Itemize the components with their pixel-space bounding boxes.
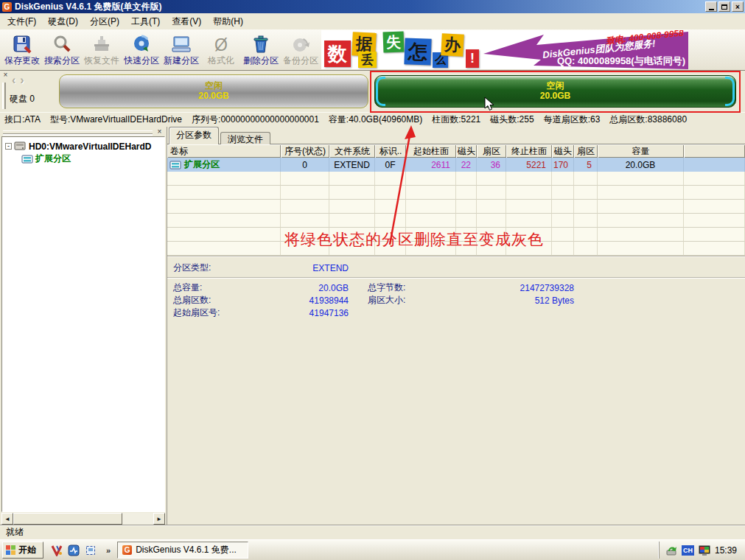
diskgenius-window: G DiskGenius V4.6.1 免费版(单文件版) × 文件(F) 硬盘… — [0, 0, 745, 539]
menu-partition[interactable]: 分区(P) — [84, 13, 125, 30]
column-header-status[interactable]: 序号(状态) — [281, 144, 329, 158]
menu-view[interactable]: 查看(V) — [166, 13, 207, 30]
strip-close-icon[interactable]: × — [1, 71, 10, 80]
cell-status: 0 — [281, 158, 329, 172]
quick-partition-button[interactable]: 快速分区 — [122, 31, 161, 69]
scrollbar-thumb[interactable] — [13, 513, 122, 525]
ime-indicator[interactable]: CH — [682, 545, 694, 556]
menu-disk[interactable]: 硬盘(D) — [42, 13, 84, 30]
column-header-flag[interactable]: 标识.. — [375, 144, 406, 158]
column-header-end-sector[interactable]: 扇区 — [574, 144, 598, 158]
cell-volume: 扩展分区 — [167, 158, 281, 172]
backup-disc-icon — [291, 33, 310, 54]
scroll-right-icon[interactable]: ► — [153, 513, 165, 525]
tree-horizontal-scrollbar[interactable]: ◄ ► — [1, 513, 165, 525]
tree-close-icon[interactable]: × — [155, 128, 164, 136]
tree-panel-header: × — [1, 128, 165, 136]
detail-label: 总字节数: — [368, 281, 450, 294]
computer-icon — [172, 33, 191, 54]
cell-end-head: 170 — [552, 158, 574, 172]
ad-qq: QQ: 4000089958(与电话同号) — [557, 55, 685, 68]
status-bar: 就绪 — [0, 525, 745, 539]
recover-files-button: 恢复文件 — [82, 31, 122, 69]
toolbar: 保存更改 搜索分区 恢复文件 快速分区 — [0, 29, 745, 71]
partition-bar-free-green-selected[interactable]: 空闲 20.0GB — [374, 75, 736, 108]
minimize-button[interactable] — [705, 1, 717, 12]
table-header: 卷标 序号(状态) 文件系统 标识.. 起始柱面 磁头 扇区 终止柱面 磁头 扇… — [167, 144, 745, 158]
menu-file[interactable]: 文件(F) — [1, 13, 42, 30]
cell-start-cylinder: 2611 — [406, 158, 456, 172]
delete-partition-button[interactable]: 删除分区 — [241, 31, 281, 69]
partition-bar-free-gray[interactable]: 空闲 20.0GB — [59, 74, 368, 108]
disk-info-total-sectors: 总扇区数:83886080 — [609, 113, 687, 126]
main-area: × - HD0:VMwareVirtualIDEHardD 扩展分区 ◄ — [0, 127, 745, 525]
new-partition-button[interactable]: 新建分区 — [161, 31, 201, 69]
quick-launch-icon-1[interactable] — [51, 545, 63, 556]
disk-nav-arrows[interactable]: ‹› — [12, 74, 29, 87]
column-header-start-head[interactable]: 磁头 — [456, 144, 477, 158]
strip-grip-handle[interactable] — [2, 83, 6, 109]
save-changes-button[interactable]: 保存更改 — [2, 31, 42, 69]
detail-value: 20.0GB — [267, 283, 349, 293]
table-row-empty — [167, 200, 745, 214]
detail-row-type: 分区类型: EXTEND — [173, 262, 745, 274]
column-header-filesystem[interactable]: 文件系统 — [329, 144, 375, 158]
partition-name: 空闲 — [205, 81, 223, 91]
menu-tools[interactable]: 工具(T) — [125, 13, 166, 30]
detail-value: 41938944 — [267, 295, 349, 306]
column-header-end-head[interactable]: 磁头 — [552, 144, 574, 158]
disk-info-serial: 序列号:00000000000000000001 — [192, 113, 319, 126]
detail-value: 41947136 — [267, 308, 349, 318]
ad-banner[interactable]: 数 据 丢 失 怎 么 办 ! DiskGenius团队为您服务! 致电: 40… — [321, 30, 688, 69]
tree-item-extended-partition[interactable]: 扩展分区 — [21, 153, 164, 165]
table-row-extended-partition[interactable]: 扩展分区 0 EXTEND 0F 2611 22 36 5221 170 5 2… — [167, 158, 745, 172]
column-header-end-cylinder[interactable]: 终止柱面 — [506, 144, 552, 158]
cell-end-sector: 5 — [574, 158, 598, 172]
disk-info-cylinders: 柱面数:5221 — [432, 113, 480, 126]
tree-item-disk[interactable]: - HD0:VMwareVirtualIDEHardD — [5, 140, 164, 153]
column-header-start-sector[interactable]: 扇区 — [477, 144, 506, 158]
cell-start-sector: 36 — [477, 158, 506, 172]
toolbar-button-label: 保存更改 — [4, 55, 40, 67]
clock[interactable]: 15:39 — [715, 545, 737, 556]
ad-tile-char: 失 — [383, 32, 405, 53]
column-header-volume[interactable]: 卷标 — [167, 144, 281, 158]
scrollbar-track[interactable] — [122, 513, 153, 525]
window-title: DiskGenius V4.6.1 免费版(单文件版) — [15, 1, 704, 13]
quick-launch-icon-2[interactable] — [68, 545, 80, 556]
cell-start-head: 22 — [456, 158, 477, 172]
tab-browse-files[interactable]: 浏览文件 — [220, 132, 270, 144]
toolbar-button-label: 搜索分区 — [44, 55, 80, 67]
task-button-diskgenius[interactable]: G DiskGenius V4.6.1 免费... — [117, 542, 248, 559]
quick-launch-overflow-chevron[interactable]: » — [106, 546, 111, 555]
ad-tile-char: 怎 — [404, 38, 431, 65]
ad-tiles: 数 据 丢 失 怎 么 办 ! — [321, 30, 486, 69]
start-button[interactable]: 开始 — [2, 542, 43, 559]
partition-name: 空闲 — [547, 81, 564, 91]
tree-expander-icon[interactable]: - — [5, 143, 12, 150]
tray-eject-icon[interactable] — [666, 545, 677, 556]
toolbar-button-label: 备份分区 — [283, 55, 318, 67]
detail-label: 总扇区数: — [173, 294, 267, 307]
start-label: 开始 — [18, 544, 36, 556]
disk-info-heads: 磁头数:255 — [490, 113, 534, 126]
magnifier-icon — [52, 33, 71, 54]
grip-handle[interactable] — [3, 130, 153, 134]
scroll-left-icon[interactable]: ◄ — [1, 513, 13, 525]
title-bar: G DiskGenius V4.6.1 免费版(单文件版) × — [0, 0, 745, 13]
tab-partition-params[interactable]: 分区参数 — [169, 127, 219, 144]
close-button[interactable]: × — [732, 1, 744, 12]
restore-button[interactable] — [718, 1, 730, 12]
column-header-start-cylinder[interactable]: 起始柱面 — [406, 144, 456, 158]
show-desktop-icon[interactable] — [85, 545, 97, 556]
detail-value: 512 Bytes — [450, 295, 574, 306]
menu-help[interactable]: 帮助(H) — [207, 13, 249, 30]
tray-display-icon[interactable] — [699, 545, 710, 556]
table-row-empty — [167, 186, 745, 200]
app-logo-icon: G — [2, 2, 12, 12]
disk-info-line: 接口:ATA 型号:VMwareVirtualIDEHardDrive 序列号:… — [0, 112, 745, 127]
recover-press-icon — [92, 33, 111, 54]
column-header-capacity[interactable]: 容量 — [598, 144, 684, 158]
cell-filesystem: EXTEND — [329, 158, 375, 172]
search-partition-button[interactable]: 搜索分区 — [42, 31, 82, 69]
